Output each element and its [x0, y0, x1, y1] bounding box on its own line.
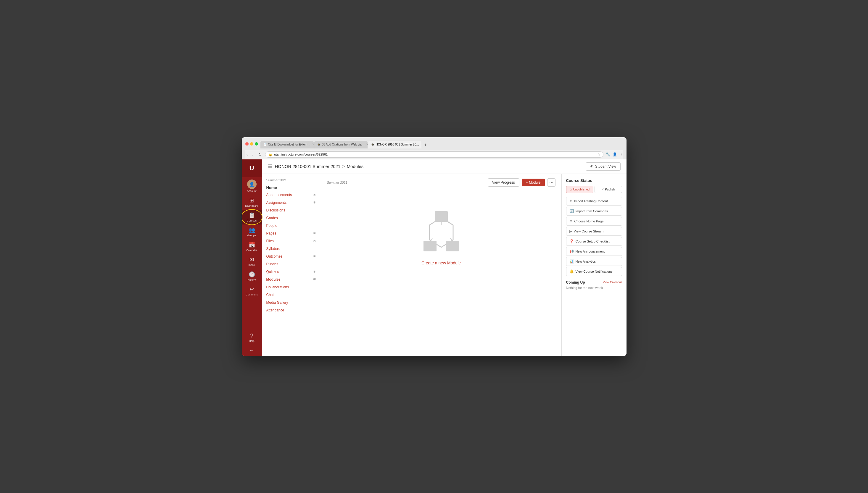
nav-item-quizzes[interactable]: Quizzes 👁: [262, 268, 321, 276]
notifications-label: View Course Notifications: [576, 270, 613, 273]
svg-line-6: [450, 238, 453, 241]
forward-button[interactable]: ›: [251, 152, 255, 157]
choose-home-label: Choose Home Page: [574, 219, 604, 223]
course-status-title: Course Status: [566, 178, 622, 183]
notifications-icon: 🔔: [570, 270, 574, 274]
maximize-button[interactable]: [255, 142, 258, 146]
sidebar-item-inbox[interactable]: ✉ Inbox: [242, 254, 262, 269]
add-module-button[interactable]: + Module: [522, 179, 545, 186]
nav-item-discussions[interactable]: Discussions: [262, 207, 321, 214]
coming-up-empty: Nothing for the next week: [566, 286, 622, 290]
nav-item-collaborations[interactable]: Collaborations: [262, 283, 321, 291]
extensions-icon[interactable]: 🔧: [606, 152, 610, 156]
view-calendar-link[interactable]: View Calendar: [603, 281, 622, 284]
hamburger-menu-icon[interactable]: ☰: [268, 164, 272, 169]
svg-rect-3: [446, 241, 459, 251]
checklist-icon: ❓: [570, 239, 574, 243]
student-view-button[interactable]: 👁 Student View: [586, 163, 621, 171]
avatar: 👤: [247, 179, 256, 189]
sidebar-item-groups-label: Groups: [247, 234, 256, 237]
nav-item-rubrics[interactable]: Rubrics: [262, 260, 321, 268]
module-more-button[interactable]: ⋯: [547, 178, 556, 187]
address-bar[interactable]: 🔒 utah.instructure.com/courses/692561 ☆: [265, 151, 603, 158]
new-analytics-link[interactable]: 📊 New Analytics: [566, 257, 622, 266]
tab-2-close[interactable]: ✕: [420, 143, 421, 146]
nav-item-files[interactable]: Files 👁: [262, 237, 321, 245]
tab-2-label: HONOR 2810-001 Summer 20…: [376, 143, 419, 146]
sidebar-item-help-label: Help: [249, 340, 254, 342]
refresh-button[interactable]: ↻: [257, 152, 263, 157]
tab-2-favicon: 🎓: [371, 143, 374, 146]
help-icon: ?: [250, 333, 253, 339]
content-area: Summer 2021 Home Announcements 👁 Assignm…: [262, 174, 626, 356]
sidebar-item-dashboard[interactable]: ⊞ Dashboard: [242, 195, 262, 210]
sidebar-item-commons[interactable]: ↩ Commons: [242, 284, 262, 298]
sidebar-logo[interactable]: U: [242, 159, 262, 177]
breadcrumb-course-link[interactable]: HONOR 2810-001 Summer 2021: [275, 164, 340, 169]
profile-icon[interactable]: 👤: [613, 152, 617, 156]
sidebar-item-calendar[interactable]: 📅 Calendar: [242, 239, 262, 254]
nav-item-chat[interactable]: Chat: [262, 291, 321, 299]
nav-item-attendance[interactable]: Attendance: [262, 306, 321, 314]
module-illustration: [418, 209, 465, 256]
module-area: Summer 2021 View Progress + Module ⋯: [321, 174, 561, 356]
tab-1[interactable]: 🎓 05 Add Citations from Web via… ✕: [314, 141, 368, 148]
nav-item-media-gallery[interactable]: Media Gallery: [262, 299, 321, 306]
sidebar-item-history[interactable]: 🕐 History: [242, 269, 262, 284]
groups-icon: 👥: [249, 227, 255, 233]
sidebar-item-groups[interactable]: 👥 Groups: [242, 224, 262, 239]
menu-icon[interactable]: ⋮: [619, 152, 623, 156]
top-header: ☰ HONOR 2810-001 Summer 2021 > Modules 👁…: [262, 159, 626, 174]
lock-icon: 🔒: [268, 153, 273, 156]
view-progress-button[interactable]: View Progress: [488, 178, 519, 187]
choose-home-page-link[interactable]: ⚙ Choose Home Page: [566, 217, 622, 226]
import-commons-icon: 🔄: [570, 209, 574, 213]
tab-0[interactable]: 📄 Cite It! Bookmarklet for Extern… ✕: [261, 141, 314, 148]
unpublished-icon: ⊘: [570, 188, 572, 191]
nav-item-syllabus[interactable]: Syllabus: [262, 245, 321, 253]
main-content: ☰ HONOR 2810-001 Summer 2021 > Modules 👁…: [262, 159, 626, 356]
create-module-link[interactable]: Create a new Module: [421, 260, 461, 265]
import-from-commons-link[interactable]: 🔄 Import from Commons: [566, 207, 622, 216]
nav-item-modules[interactable]: Modules 👁: [262, 276, 321, 283]
tab-1-close[interactable]: ✕: [366, 143, 368, 146]
tab-0-close[interactable]: ✕: [312, 143, 314, 146]
star-icon[interactable]: ☆: [597, 153, 600, 156]
new-tab-button[interactable]: +: [422, 141, 429, 148]
nav-item-grades[interactable]: Grades: [262, 214, 321, 222]
nav-item-assignments[interactable]: Assignments 👁: [262, 199, 321, 207]
sidebar-item-help[interactable]: ? Help: [242, 330, 262, 345]
course-setup-checklist-link[interactable]: ❓ Course Setup Checklist: [566, 237, 622, 246]
module-header: Summer 2021 View Progress + Module ⋯: [327, 178, 556, 187]
sidebar-item-account[interactable]: 👤 Account: [242, 177, 262, 195]
sidebar-item-dashboard-label: Dashboard: [245, 205, 258, 207]
announcement-icon: 📢: [570, 249, 574, 254]
inbox-icon: ✉: [249, 256, 254, 263]
unpublished-button[interactable]: ⊘ Unpublished: [566, 186, 594, 193]
analytics-label: New Analytics: [576, 260, 596, 263]
close-button[interactable]: [245, 142, 249, 146]
view-course-stream-link[interactable]: ▶ View Course Stream: [566, 227, 622, 236]
app-layout: U 👤 Account ⊞ Dashboard ➜ 📋 Courses 👥 Gr…: [242, 159, 626, 356]
home-nav-item[interactable]: Home: [262, 184, 321, 191]
svg-rect-2: [423, 241, 436, 251]
publish-button[interactable]: ✓ Publish: [595, 186, 622, 193]
sidebar-collapse-button[interactable]: ←: [242, 345, 262, 356]
sidebar-item-courses[interactable]: ➜ 📋 Courses: [242, 210, 262, 224]
minimize-button[interactable]: [250, 142, 253, 146]
nav-item-outcomes[interactable]: Outcomes 👁: [262, 253, 321, 260]
eye-icon-modules: 👁: [313, 277, 316, 282]
tab-2[interactable]: 🎓 HONOR 2810-001 Summer 20… ✕: [368, 141, 421, 148]
new-announcement-link[interactable]: 📢 New Announcement: [566, 247, 622, 256]
view-course-notifications-link[interactable]: 🔔 View Course Notifications: [566, 267, 622, 276]
nav-item-people[interactable]: People: [262, 222, 321, 230]
breadcrumb: HONOR 2810-001 Summer 2021 > Modules: [275, 164, 364, 169]
publish-checkmark-icon: ✓: [602, 188, 604, 191]
back-button[interactable]: ‹: [245, 152, 249, 157]
tab-0-favicon: 📄: [263, 143, 267, 146]
import-existing-content-link[interactable]: ⬆ Import Existing Content: [566, 197, 622, 206]
nav-item-announcements[interactable]: Announcements 👁: [262, 191, 321, 199]
browser-right-icons: 🔧 👤 ⋮: [606, 152, 623, 156]
nav-item-pages[interactable]: Pages 👁: [262, 230, 321, 237]
semester-label: Summer 2021: [262, 177, 321, 184]
